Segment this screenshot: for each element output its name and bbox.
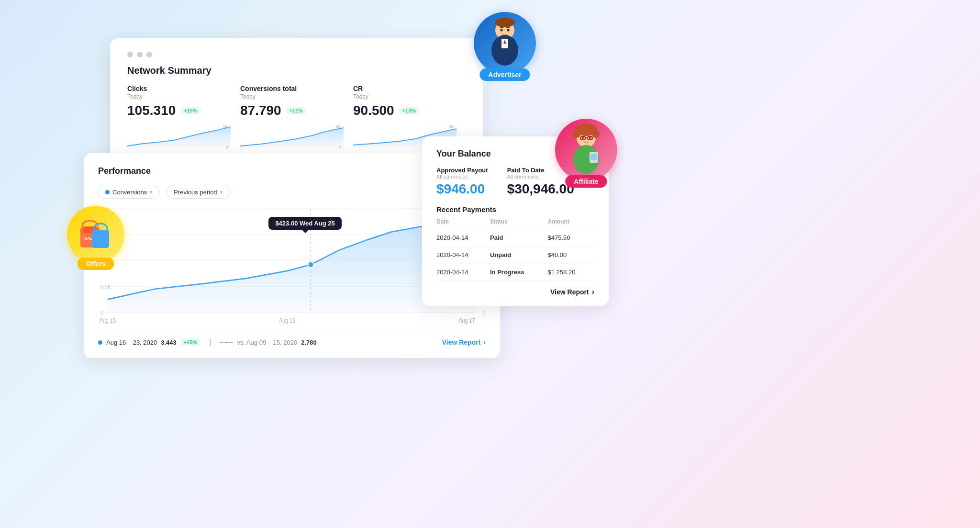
payment-date-3: 2020-04-14 [436, 264, 490, 281]
table-row: 2020-04-14 In Progress $1 258.20 [436, 264, 594, 281]
conversions-filter-chip[interactable]: Conversions ▾ [98, 186, 160, 199]
affiliate-badge: Affiliate [565, 175, 607, 188]
mini-chart-conversions: 5K 0 [240, 122, 344, 148]
svg-text:Aug 15: Aug 15 [100, 318, 116, 324]
footer-badge: +15% [180, 338, 200, 346]
advertiser-badge: Advertiser [479, 68, 530, 81]
window-dot-2 [137, 52, 143, 57]
metric-clicks-badge: +15% [180, 107, 200, 114]
table-row: 2020-04-14 Unpaid $40.00 [436, 247, 594, 264]
payment-date-2: 2020-04-14 [436, 247, 490, 264]
tooltip-value: $423.00 [275, 220, 298, 227]
svg-text:Aug 17: Aug 17 [458, 318, 475, 324]
metric-conversions-value-row: 87.790 +11% [240, 103, 344, 118]
metric-clicks-sub: Today [127, 93, 231, 100]
metric-clicks-value-row: 105.310 +15% [127, 103, 231, 118]
metric-clicks-label: Clicks [127, 85, 231, 92]
view-report-link[interactable]: View Report › [442, 338, 486, 346]
svg-line-30 [500, 27, 503, 28]
svg-point-34 [573, 130, 580, 138]
metric-conversions: Conversions total Today 87.790 +11% 5K [240, 85, 353, 148]
offers-circle: SALE [67, 206, 124, 263]
svg-line-31 [506, 27, 510, 28]
payments-table-header: Date Status Amount [436, 218, 594, 229]
performance-footer: Aug 16 – 23, 2020 3.443 +15% | vs. Aug 0… [98, 333, 486, 347]
recent-payments-label: Recent Payments [436, 205, 594, 213]
col-amount: Amount [548, 218, 594, 229]
offers-bags-icon: SALE [77, 213, 115, 256]
svg-point-29 [507, 29, 510, 32]
filter-dot-icon [105, 190, 110, 194]
metric-conversions-label: Conversions total [240, 85, 344, 92]
svg-point-35 [592, 130, 600, 138]
payment-amount-2: $40.00 [548, 247, 594, 264]
chart-tooltip: $423.00 Wed Aug 25 [268, 217, 341, 230]
balance-view-report[interactable]: View Report › [436, 288, 594, 296]
view-report-label: View Report [442, 338, 481, 346]
footer-compare: vs. Aug 09 – 15, 2020 2.780 [220, 339, 316, 346]
payment-status-3: In Progress [490, 264, 548, 281]
svg-rect-47 [92, 230, 109, 248]
footer-compare-label: vs. Aug 09 – 15, 2020 [237, 339, 297, 346]
offers-badge-label: Offers [77, 258, 114, 270]
table-row: 2020-04-14 Paid $475.50 [436, 229, 594, 247]
approved-payout-label: Approved Payout [436, 167, 488, 174]
conversions-chevron-icon: ▾ [150, 189, 153, 195]
metric-conversions-sub: Today [240, 93, 344, 100]
period-chevron-icon: ▾ [220, 189, 223, 195]
svg-text:5K: 5K [223, 124, 228, 129]
metric-cr-badge: +13% [399, 107, 419, 114]
payment-status-2: Unpaid [490, 247, 548, 264]
period-filter-label: Previous period [174, 189, 217, 196]
svg-point-28 [501, 29, 503, 32]
metric-conversions-badge: +11% [286, 107, 306, 114]
offers-badge: SALE Offers [67, 206, 124, 263]
svg-point-17 [308, 261, 314, 268]
balance-view-report-label: View Report [550, 288, 589, 296]
approved-payout: Approved Payout All currencies $946.00 [436, 167, 488, 197]
metric-clicks-value: 105.310 [127, 103, 176, 118]
svg-rect-43 [590, 154, 597, 160]
payment-date-1: 2020-04-14 [436, 229, 490, 247]
metric-cr-value-row: 90.500 +13% [353, 103, 457, 118]
tooltip-date: Wed Aug 25 [300, 220, 335, 227]
affiliate-avatar: Affiliate [555, 119, 617, 181]
offers-label: Offers [86, 260, 105, 268]
footer-date-range: Aug 16 – 23, 2020 [106, 339, 157, 346]
svg-point-39 [582, 137, 584, 139]
metric-conversions-value: 87.790 [240, 103, 281, 118]
svg-text:0: 0 [483, 310, 486, 316]
window-controls [127, 52, 466, 57]
payments-table: Date Status Amount 2020-04-14 Paid $475.… [436, 218, 594, 281]
metrics-row: Clicks Today 105.310 +15% 5K [127, 85, 466, 148]
col-date: Date [436, 218, 490, 229]
footer-dot-icon [98, 340, 102, 345]
metric-cr-label: CR [353, 85, 457, 92]
footer-stat-current: Aug 16 – 23, 2020 3.443 +15% [98, 338, 200, 346]
affiliate-label: Affiliate [574, 178, 598, 185]
period-filter-chip[interactable]: Previous period ▾ [167, 186, 230, 199]
affiliate-figure-icon [565, 124, 608, 176]
col-status: Status [490, 218, 548, 229]
compare-dash-icon [220, 342, 233, 343]
advertiser-figure-icon [483, 17, 526, 69]
conversions-filter-label: Conversions [112, 189, 147, 196]
advertiser-avatar: Advertiser [474, 12, 536, 74]
network-title: Network Summary [127, 65, 466, 76]
footer-value: 3.443 [161, 339, 177, 346]
metric-cr-value: 90.500 [353, 103, 394, 118]
performance-title: Performance [98, 166, 151, 176]
footer-compare-value: 2.780 [301, 339, 317, 346]
footer-separator: | [209, 338, 211, 347]
view-report-arrow-icon: › [592, 288, 594, 296]
affiliate-circle [555, 119, 617, 181]
view-report-arrow-icon: › [483, 338, 486, 346]
svg-text:0: 0 [100, 310, 103, 316]
payment-amount-1: $475.50 [548, 229, 594, 247]
advertiser-circle [474, 12, 536, 74]
svg-point-40 [589, 137, 591, 139]
window-dot-1 [127, 52, 133, 57]
approved-payout-amount: $946.00 [436, 181, 488, 197]
svg-text:0.5K: 0.5K [100, 284, 111, 290]
metric-cr-sub: Today [353, 93, 457, 100]
